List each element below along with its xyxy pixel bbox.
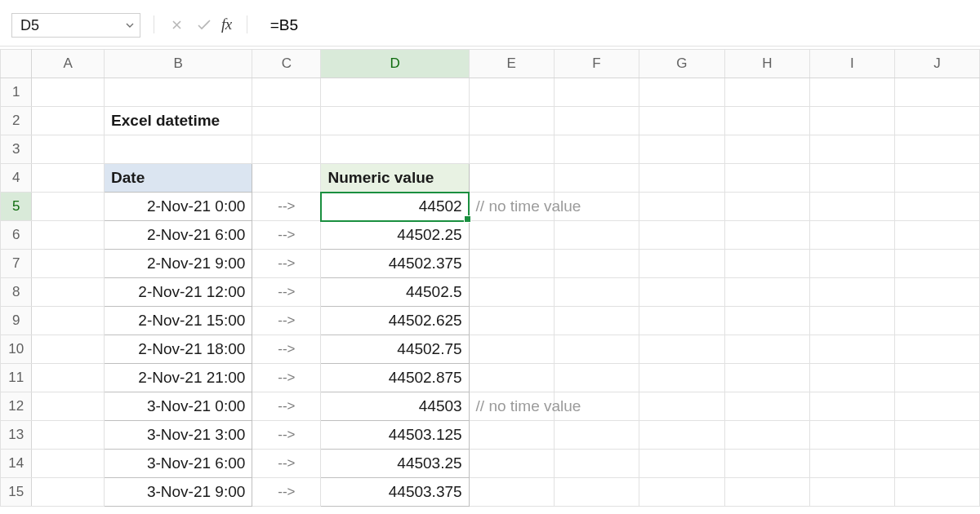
cell-F15[interactable] [554, 478, 639, 507]
cell-J15[interactable] [894, 478, 979, 507]
cell-B2[interactable]: Excel datetime [105, 107, 252, 135]
row-head-1[interactable]: 1 [1, 78, 32, 107]
cell-J2[interactable] [894, 107, 979, 135]
cell-J6[interactable] [894, 221, 979, 250]
cell-B15[interactable]: 3-Nov-21 9:00 [105, 478, 252, 507]
cell-G8[interactable] [639, 278, 724, 307]
cell-B5[interactable]: 2-Nov-21 0:00 [105, 193, 252, 221]
cell-C5[interactable]: --> [252, 193, 321, 221]
cell-F7[interactable] [554, 250, 639, 278]
header-numeric[interactable]: Numeric value [321, 164, 469, 193]
cell-D15[interactable]: 44503.375 [321, 478, 469, 507]
cell-H1[interactable] [724, 78, 809, 107]
cell-E4[interactable] [469, 164, 554, 193]
cell-A7[interactable] [32, 250, 105, 278]
cell-G4[interactable] [639, 164, 724, 193]
cell-I7[interactable] [810, 250, 895, 278]
cell-I3[interactable] [810, 135, 895, 164]
col-head-C[interactable]: C [252, 50, 321, 78]
cell-B11[interactable]: 2-Nov-21 21:00 [105, 364, 252, 392]
cell-I10[interactable] [810, 335, 895, 364]
cell-F10[interactable] [554, 335, 639, 364]
cell-H10[interactable] [724, 335, 809, 364]
cell-H9[interactable] [724, 307, 809, 335]
cell-H4[interactable] [724, 164, 809, 193]
spreadsheet-grid[interactable]: A B C D E F G H I J 1 2 [0, 49, 980, 514]
cell-J1[interactable] [894, 78, 979, 107]
cell-G2[interactable] [639, 107, 724, 135]
row-head-13[interactable]: 13 [1, 421, 32, 450]
cell-H15[interactable] [724, 478, 809, 507]
cell-G5[interactable] [639, 193, 724, 221]
cell-E7[interactable] [469, 250, 554, 278]
cell-E14[interactable] [469, 450, 554, 478]
cell-A4[interactable] [32, 164, 105, 193]
cell-H8[interactable] [724, 278, 809, 307]
cell-H2[interactable] [724, 107, 809, 135]
cell-J5[interactable] [894, 193, 979, 221]
row-head-4[interactable]: 4 [1, 164, 32, 193]
select-all-corner[interactable] [1, 50, 32, 78]
col-head-G[interactable]: G [639, 50, 724, 78]
cell-F8[interactable] [554, 278, 639, 307]
cell-G9[interactable] [639, 307, 724, 335]
cell-E12[interactable]: // no time value [469, 392, 554, 421]
cell-C6[interactable]: --> [252, 221, 321, 250]
cell-E10[interactable] [469, 335, 554, 364]
cell-F1[interactable] [554, 78, 639, 107]
cell-E8[interactable] [469, 278, 554, 307]
cell-F5[interactable] [554, 193, 639, 221]
cell-C4[interactable] [252, 164, 321, 193]
cell-D5[interactable]: 44502 [321, 193, 469, 221]
row-head-11[interactable]: 11 [1, 364, 32, 392]
cell-I1[interactable] [810, 78, 895, 107]
row-head-14[interactable]: 14 [1, 450, 32, 478]
cell-G10[interactable] [639, 335, 724, 364]
cell-C7[interactable]: --> [252, 250, 321, 278]
cell-C15[interactable]: --> [252, 478, 321, 507]
chevron-down-icon[interactable] [125, 17, 135, 34]
cell-G7[interactable] [639, 250, 724, 278]
cell-H12[interactable] [724, 392, 809, 421]
cell-I4[interactable] [810, 164, 895, 193]
row-head-2[interactable]: 2 [1, 107, 32, 135]
cell-H5[interactable] [724, 193, 809, 221]
cell-A6[interactable] [32, 221, 105, 250]
col-head-J[interactable]: J [894, 50, 979, 78]
cell-C10[interactable]: --> [252, 335, 321, 364]
cell-E9[interactable] [469, 307, 554, 335]
formula-input[interactable] [261, 13, 980, 38]
cell-C13[interactable]: --> [252, 421, 321, 450]
cell-I13[interactable] [810, 421, 895, 450]
cell-G6[interactable] [639, 221, 724, 250]
cell-A15[interactable] [32, 478, 105, 507]
name-box[interactable]: D5 [11, 13, 140, 38]
cell-B14[interactable]: 3-Nov-21 6:00 [105, 450, 252, 478]
cell-G1[interactable] [639, 78, 724, 107]
header-date[interactable]: Date [105, 164, 252, 193]
cell-J14[interactable] [894, 450, 979, 478]
cell-J8[interactable] [894, 278, 979, 307]
cell-J12[interactable] [894, 392, 979, 421]
cell-F9[interactable] [554, 307, 639, 335]
cell-E1[interactable] [469, 78, 554, 107]
cell-G12[interactable] [639, 392, 724, 421]
col-head-I[interactable]: I [810, 50, 895, 78]
cell-G15[interactable] [639, 478, 724, 507]
cell-J10[interactable] [894, 335, 979, 364]
cell-C2[interactable] [252, 107, 321, 135]
cell-D14[interactable]: 44503.25 [321, 450, 469, 478]
cell-A9[interactable] [32, 307, 105, 335]
cell-E11[interactable] [469, 364, 554, 392]
row-head-10[interactable]: 10 [1, 335, 32, 364]
cell-D8[interactable]: 44502.5 [321, 278, 469, 307]
col-head-F[interactable]: F [554, 50, 639, 78]
cell-A3[interactable] [32, 135, 105, 164]
cell-H13[interactable] [724, 421, 809, 450]
cell-C9[interactable]: --> [252, 307, 321, 335]
row-head-15[interactable]: 15 [1, 478, 32, 507]
cell-J7[interactable] [894, 250, 979, 278]
cell-B12[interactable]: 3-Nov-21 0:00 [105, 392, 252, 421]
cell-C12[interactable]: --> [252, 392, 321, 421]
cell-A14[interactable] [32, 450, 105, 478]
